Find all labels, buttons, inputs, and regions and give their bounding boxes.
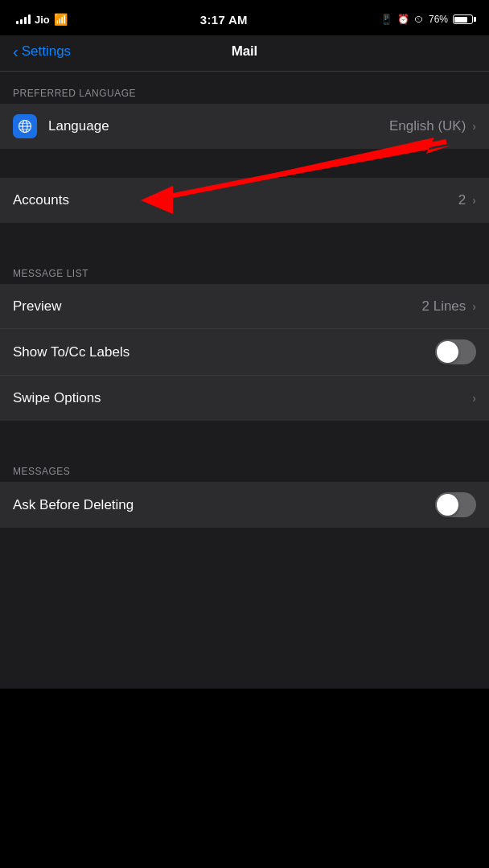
preview-value: 2 Lines: [422, 298, 466, 315]
back-button[interactable]: ‹ Settings: [13, 43, 71, 60]
accounts-chevron-icon: ›: [472, 194, 476, 207]
status-bar: Jio 📶 3:17 AM 📱 ⏰ ⏲ 76%: [0, 0, 489, 35]
language-row[interactable]: Language English (UK) ›: [0, 104, 489, 149]
carrier-label: Jio: [35, 14, 50, 26]
section-header-preferred-language: PREFERRED LANGUAGE: [0, 72, 489, 104]
section-messages: MESSAGES Ask Before Deleting: [0, 450, 489, 528]
section-message-list: MESSAGE LIST Preview 2 Lines › Show To/C…: [0, 252, 489, 421]
divider-2: [0, 223, 489, 252]
accounts-row[interactable]: Accounts 2 ›: [0, 178, 489, 223]
ask-before-deleting-toggle[interactable]: [435, 492, 476, 517]
ask-deleting-toggle-knob: [437, 494, 458, 516]
language-value: English (UK): [389, 118, 466, 134]
preview-row[interactable]: Preview 2 Lines ›: [0, 284, 489, 329]
divider-3: [0, 421, 489, 450]
nav-bar: ‹ Settings Mail: [0, 35, 489, 72]
globe-icon: [13, 114, 37, 138]
toggle-knob: [437, 341, 458, 363]
show-tocc-label: Show To/Cc Labels: [13, 344, 435, 360]
swipe-options-label: Swipe Options: [13, 390, 472, 406]
back-label: Settings: [22, 43, 71, 60]
accounts-value: 2: [458, 192, 466, 208]
ask-before-deleting-row[interactable]: Ask Before Deleting: [0, 482, 489, 528]
back-chevron-icon: ‹: [13, 43, 18, 60]
page-title: Mail: [232, 43, 257, 60]
preview-chevron-icon: ›: [472, 300, 476, 313]
preview-label: Preview: [13, 298, 422, 315]
wifi-icon: 📶: [54, 13, 68, 26]
battery-percent: 76%: [429, 14, 448, 25]
section-header-messages: MESSAGES: [0, 450, 489, 482]
ask-before-deleting-label: Ask Before Deleting: [13, 497, 435, 513]
section-header-message-list: MESSAGE LIST: [0, 252, 489, 284]
swipe-options-row[interactable]: Swipe Options ›: [0, 376, 489, 421]
section-preferred-language: PREFERRED LANGUAGE Language English (UK)…: [0, 72, 489, 149]
show-tocc-toggle[interactable]: [435, 339, 476, 364]
accounts-section: Accounts 2 ›: [0, 178, 489, 223]
bottom-fill: [0, 528, 489, 689]
battery-indicator: [453, 14, 473, 24]
clock-icon: ⏰: [397, 14, 409, 25]
message-list-group: Preview 2 Lines › Show To/Cc Labels Swip…: [0, 284, 489, 421]
status-time: 3:17 AM: [200, 13, 248, 27]
accounts-label: Accounts: [13, 192, 458, 208]
language-group: Language English (UK) ›: [0, 104, 489, 149]
sim-icon: 📱: [380, 14, 392, 25]
divider-1: [0, 149, 489, 178]
accounts-group: Accounts 2 ›: [0, 178, 489, 223]
alarm-icon: ⏲: [414, 14, 424, 25]
language-chevron-icon: ›: [472, 120, 476, 133]
show-tocc-row[interactable]: Show To/Cc Labels: [0, 329, 489, 376]
messages-group: Ask Before Deleting: [0, 482, 489, 528]
language-label: Language: [48, 118, 389, 134]
swipe-options-chevron-icon: ›: [472, 392, 476, 405]
signal-bars: [16, 14, 31, 24]
